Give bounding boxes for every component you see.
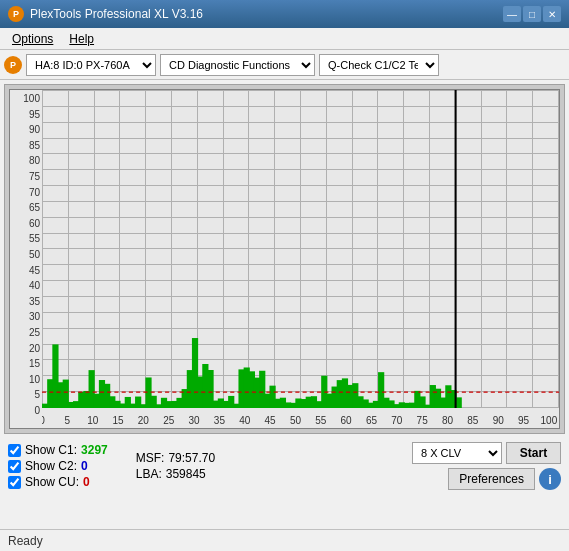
y-label-55: 55 (12, 234, 40, 244)
x-label-85: 85 (463, 415, 483, 426)
function-dropdown[interactable]: CD Diagnostic Functions (160, 54, 315, 76)
y-label-20: 20 (12, 344, 40, 354)
c1-row: Show C1: 3297 (8, 443, 108, 457)
x-label-50: 50 (285, 415, 305, 426)
chart-svg (42, 90, 559, 408)
speed-dropdown[interactable]: 8 X CLV4 X CLV16 X CLVMaximum (412, 442, 502, 464)
x-label-30: 30 (184, 415, 204, 426)
chart-inner: 100 95 90 85 80 75 70 65 60 55 50 45 40 … (9, 89, 560, 429)
y-label-30: 30 (12, 312, 40, 322)
show-c2-label: Show C2: (25, 459, 77, 473)
y-label-45: 45 (12, 266, 40, 276)
y-axis: 100 95 90 85 80 75 70 65 60 55 50 45 40 … (10, 90, 42, 428)
pref-row: Preferences i (448, 468, 561, 490)
x-label-35: 35 (209, 415, 229, 426)
lba-value: 359845 (166, 467, 206, 481)
lba-row: LBA: 359845 (136, 467, 215, 481)
y-label-40: 40 (12, 281, 40, 291)
show-cu-label: Show CU: (25, 475, 79, 489)
c2-row: Show C2: 0 (8, 459, 108, 473)
device-selector: P HA:8 ID:0 PX-760A (4, 54, 156, 76)
y-label-25: 25 (12, 328, 40, 338)
right-controls: 8 X CLV4 X CLV16 X CLVMaximum Start Pref… (412, 442, 561, 490)
msf-value: 79:57.70 (168, 451, 215, 465)
app-icon: P (8, 6, 24, 22)
cu-row: Show CU: 0 (8, 475, 108, 489)
checkbox-group: Show C1: 3297 Show C2: 0 Show CU: 0 (8, 443, 108, 489)
device-icon: P (4, 56, 22, 74)
msf-label: MSF: (136, 451, 165, 465)
y-label-65: 65 (12, 203, 40, 213)
x-label-100: 100 (539, 415, 559, 426)
maximize-button[interactable]: □ (523, 6, 541, 22)
info-button[interactable]: i (539, 468, 561, 490)
y-label-50: 50 (12, 250, 40, 260)
y-label-15: 15 (12, 359, 40, 369)
start-button[interactable]: Start (506, 442, 561, 464)
window-title: PlexTools Professional XL V3.16 (30, 7, 503, 21)
bottom-panel: Show C1: 3297 Show C2: 0 Show CU: 0 MSF:… (0, 438, 569, 494)
x-label-25: 25 (159, 415, 179, 426)
x-label-40: 40 (235, 415, 255, 426)
y-label-100: 100 (12, 94, 40, 104)
y-label-0: 0 (12, 406, 40, 416)
device-dropdown[interactable]: HA:8 ID:0 PX-760A (26, 54, 156, 76)
menu-bar: Options Help (0, 28, 569, 50)
y-label-70: 70 (12, 188, 40, 198)
title-bar: P PlexTools Professional XL V3.16 — □ ✕ (0, 0, 569, 28)
x-label-0: 0 (42, 415, 52, 426)
x-label-45: 45 (260, 415, 280, 426)
x-label-75: 75 (412, 415, 432, 426)
x-label-15: 15 (108, 415, 128, 426)
c1-value: 3297 (81, 443, 108, 457)
show-cu-checkbox[interactable] (8, 476, 21, 489)
status-text: Ready (8, 534, 43, 548)
x-label-55: 55 (311, 415, 331, 426)
window-controls: — □ ✕ (503, 6, 561, 22)
toolbar: P HA:8 ID:0 PX-760A CD Diagnostic Functi… (0, 50, 569, 80)
show-c2-checkbox[interactable] (8, 460, 21, 473)
y-label-95: 95 (12, 110, 40, 120)
preferences-button[interactable]: Preferences (448, 468, 535, 490)
speed-row: 8 X CLV4 X CLV16 X CLVMaximum Start (412, 442, 561, 464)
menu-help[interactable]: Help (61, 30, 102, 48)
y-label-10: 10 (12, 375, 40, 385)
x-label-10: 10 (83, 415, 103, 426)
x-label-60: 60 (336, 415, 356, 426)
x-label-20: 20 (133, 415, 153, 426)
y-label-90: 90 (12, 125, 40, 135)
y-label-5: 5 (12, 390, 40, 400)
show-c1-checkbox[interactable] (8, 444, 21, 457)
c2-value: 0 (81, 459, 88, 473)
stats-group: MSF: 79:57.70 LBA: 359845 (136, 451, 215, 481)
x-label-70: 70 (387, 415, 407, 426)
x-label-80: 80 (438, 415, 458, 426)
show-c1-label: Show C1: (25, 443, 77, 457)
x-label-95: 95 (514, 415, 534, 426)
status-bar: Ready (0, 529, 569, 551)
minimize-button[interactable]: — (503, 6, 521, 22)
bottom-row-1: Show C1: 3297 Show C2: 0 Show CU: 0 MSF:… (8, 442, 561, 490)
test-dropdown[interactable]: Q-Check C1/C2 Test (319, 54, 439, 76)
x-label-90: 90 (488, 415, 508, 426)
y-label-35: 35 (12, 297, 40, 307)
y-label-60: 60 (12, 219, 40, 229)
chart-container: 100 95 90 85 80 75 70 65 60 55 50 45 40 … (4, 84, 565, 434)
y-label-75: 75 (12, 172, 40, 182)
close-button[interactable]: ✕ (543, 6, 561, 22)
x-axis: 0 5 10 15 20 25 30 35 40 45 50 55 60 65 … (42, 408, 559, 428)
y-label-85: 85 (12, 141, 40, 151)
menu-options[interactable]: Options (4, 30, 61, 48)
lba-label: LBA: (136, 467, 162, 481)
y-label-80: 80 (12, 156, 40, 166)
x-label-5: 5 (57, 415, 77, 426)
x-label-65: 65 (361, 415, 381, 426)
cu-value: 0 (83, 475, 90, 489)
msf-row: MSF: 79:57.70 (136, 451, 215, 465)
chart-plot-area: 0 5 10 15 20 25 30 35 40 45 50 55 60 65 … (42, 90, 559, 428)
